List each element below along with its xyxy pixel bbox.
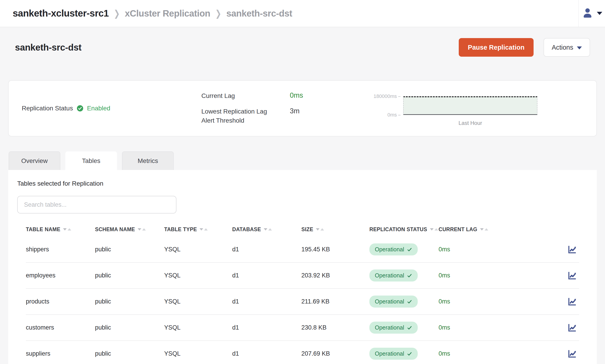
sort-icons[interactable]	[138, 228, 146, 231]
cell-database: d1	[232, 350, 301, 357]
cell-size: 230.8 KB	[301, 324, 369, 331]
column-header-schema-name[interactable]: SCHEMA NAME	[95, 226, 164, 233]
view-lag-chart-button[interactable]	[566, 297, 578, 307]
lag-chart-area	[403, 96, 538, 115]
breadcrumb-separator-icon: ❯	[215, 8, 221, 19]
line-chart-icon	[566, 323, 578, 333]
view-lag-chart-button[interactable]	[566, 349, 578, 359]
breadcrumb-current-page: sanketh-src-dst	[226, 8, 292, 19]
table-header-row: TABLE NAME SCHEMA NAME TABLE TYPE DATABA…	[26, 222, 579, 237]
lag-chart-xaxis-label: Last Hour	[403, 120, 538, 126]
cell-table-type: YSQL	[164, 246, 232, 253]
pause-replication-button[interactable]: Pause Replication	[459, 38, 534, 57]
cell-current-lag: 0ms	[439, 324, 558, 331]
lag-chart-ymin-label: 0ms	[365, 112, 403, 118]
cell-replication-status: Operational	[369, 243, 439, 255]
sort-icons[interactable]	[63, 228, 71, 231]
tab-tables[interactable]: Tables	[65, 151, 117, 170]
table-row: customers public YSQL d1 230.8 KB Operat…	[26, 315, 579, 341]
status-badge: Operational	[369, 348, 418, 360]
line-chart-icon	[566, 297, 578, 307]
cell-table-type: YSQL	[164, 298, 232, 305]
cell-database: d1	[232, 246, 301, 253]
lag-metrics: Current Lag 0ms Lowest Replication Lag A…	[201, 91, 365, 125]
cell-size: 207.69 KB	[301, 350, 369, 357]
cell-size: 203.92 KB	[301, 272, 369, 279]
cell-schema-name: public	[95, 298, 164, 305]
lag-chart-ymax-label: 180000ms	[365, 93, 403, 99]
panel-heading: Tables selected for Replication	[17, 180, 588, 187]
cell-database: d1	[232, 272, 301, 279]
cell-size: 211.69 KB	[301, 298, 369, 305]
status-badge: Operational	[369, 243, 418, 255]
replication-status: Replication Status Enabled	[9, 105, 201, 112]
cell-table-name: suppliers	[26, 350, 95, 357]
cell-schema-name: public	[95, 350, 164, 357]
breadcrumb-separator-icon: ❯	[114, 8, 120, 19]
column-header-size[interactable]: SIZE	[301, 226, 369, 233]
table-row: shippers public YSQL d1 195.45 KB Operat…	[26, 237, 579, 263]
table-row: suppliers public YSQL d1 207.69 KB Opera…	[26, 341, 579, 364]
cell-replication-status: Operational	[369, 296, 439, 308]
cell-table-type: YSQL	[164, 272, 232, 279]
column-header-database[interactable]: DATABASE	[232, 226, 301, 233]
cell-schema-name: public	[95, 272, 164, 279]
sort-icons[interactable]	[199, 228, 208, 231]
column-header-replication-status[interactable]: REPLICATION STATUS	[369, 226, 439, 233]
lag-threshold-value: 3m	[290, 107, 365, 115]
user-avatar-icon	[581, 7, 594, 20]
line-chart-icon	[566, 270, 578, 281]
view-lag-chart-button[interactable]	[566, 323, 578, 333]
breadcrumb-universe[interactable]: sanketh-xcluster-src1	[13, 8, 109, 19]
replication-status-label: Replication Status	[22, 105, 73, 112]
cell-schema-name: public	[95, 246, 164, 253]
table-row: products public YSQL d1 211.69 KB Operat…	[26, 289, 579, 315]
view-lag-chart-button[interactable]	[566, 270, 578, 281]
current-lag-value: 0ms	[290, 91, 365, 100]
cell-current-lag: 0ms	[439, 246, 558, 253]
cell-table-name: products	[26, 298, 95, 305]
cell-table-name: employees	[26, 272, 95, 279]
replication-tables-table: TABLE NAME SCHEMA NAME TABLE TYPE DATABA…	[26, 222, 579, 364]
replication-status-card: Replication Status Enabled Current Lag 0…	[8, 80, 597, 136]
tables-panel: Tables selected for Replication TABLE NA…	[8, 170, 597, 364]
breadcrumb-xcluster-replication[interactable]: xCluster Replication	[125, 8, 210, 19]
check-icon	[407, 325, 412, 330]
cell-size: 195.45 KB	[301, 246, 369, 253]
cell-database: d1	[232, 324, 301, 331]
header-buttons: Pause Replication Actions	[459, 38, 590, 57]
cell-table-type: YSQL	[164, 350, 232, 357]
cell-current-lag: 0ms	[439, 350, 558, 357]
column-header-table-type[interactable]: TABLE TYPE	[164, 226, 232, 233]
search-input[interactable]	[17, 196, 176, 213]
tab-metrics[interactable]: Metrics	[122, 151, 174, 170]
status-badge: Operational	[369, 270, 418, 282]
check-icon	[407, 247, 412, 252]
lag-chart: 180000ms 0ms Last Hour	[365, 96, 538, 126]
view-lag-chart-button[interactable]	[566, 244, 578, 255]
sort-icons[interactable]	[480, 228, 488, 231]
user-menu[interactable]	[578, 0, 605, 27]
actions-button[interactable]: Actions	[544, 38, 590, 57]
cell-table-type: YSQL	[164, 324, 232, 331]
column-header-current-lag[interactable]: CURRENT LAG	[439, 226, 558, 233]
check-icon	[407, 351, 412, 357]
cell-schema-name: public	[95, 324, 164, 331]
cell-database: d1	[232, 298, 301, 305]
tab-overview[interactable]: Overview	[9, 151, 60, 170]
lag-threshold-label: Lowest Replication Lag Alert Threshold	[201, 107, 290, 125]
column-header-table-name[interactable]: TABLE NAME	[26, 226, 95, 233]
sort-icons[interactable]	[430, 228, 438, 231]
check-icon	[407, 273, 412, 278]
line-chart-icon	[566, 349, 578, 359]
sort-icons[interactable]	[264, 228, 272, 231]
sort-icons[interactable]	[316, 228, 324, 231]
chevron-down-icon	[597, 12, 602, 15]
page-header: sanketh-src-dst Pause Replication Action…	[15, 38, 590, 57]
chevron-down-icon	[577, 46, 582, 49]
status-badge: Operational	[369, 322, 418, 334]
lag-chart-plot: 180000ms 0ms	[403, 96, 538, 115]
topbar: sanketh-xcluster-src1 ❯ xCluster Replica…	[0, 0, 605, 27]
actions-button-label: Actions	[552, 44, 573, 51]
cell-current-lag: 0ms	[439, 298, 558, 305]
